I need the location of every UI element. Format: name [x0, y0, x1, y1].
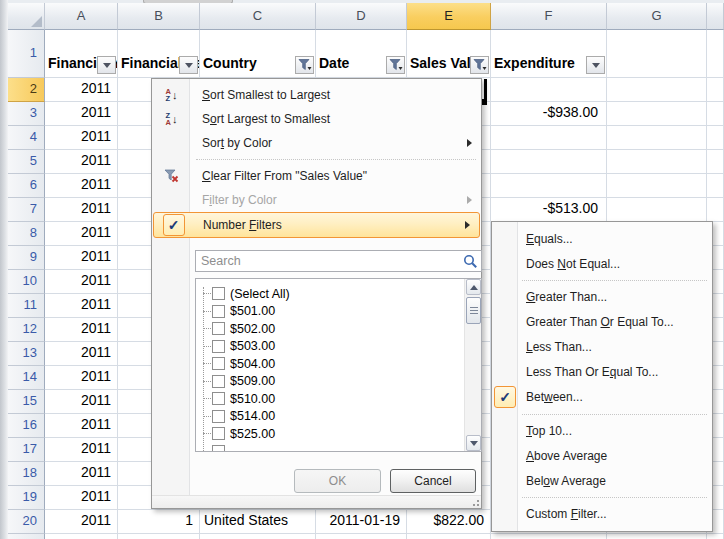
row-header-2[interactable]: 2	[8, 78, 45, 102]
cell-F5[interactable]	[491, 150, 607, 174]
filter-applied-button-date[interactable]	[386, 56, 405, 74]
submenu-item-above-average[interactable]: Above Average	[492, 443, 712, 468]
cell-D20[interactable]: 2011-01-19	[316, 510, 407, 534]
checkbox-icon[interactable]	[212, 427, 225, 440]
filter-dropdown-button-expenditure[interactable]	[586, 56, 605, 74]
cell-H1[interactable]	[707, 30, 724, 78]
row-header-21[interactable]	[8, 534, 45, 539]
filter-value-502-00[interactable]: $502.00	[196, 320, 275, 337]
filter-applied-button-sales-value[interactable]	[470, 56, 489, 74]
scrollbar-thumb[interactable]	[466, 297, 481, 324]
cell-F7[interactable]: -$513.00	[491, 198, 607, 222]
checkbox-icon[interactable]	[212, 375, 225, 388]
filter-dropdown-button-financial-period[interactable]	[179, 56, 198, 74]
cell-A5[interactable]: 2011	[45, 150, 118, 174]
submenu-item-custom-filter[interactable]: Custom Filter...	[492, 501, 712, 526]
cell-C1[interactable]: Country	[200, 30, 316, 78]
submenu-item-greater-than-or-equal-to[interactable]: Greater Than Or Equal To...	[492, 309, 712, 334]
select-all-corner[interactable]	[8, 3, 45, 30]
submenu-item-below-average[interactable]: Below Average	[492, 468, 712, 493]
cell-G1[interactable]	[607, 30, 707, 78]
cancel-button[interactable]: Cancel	[390, 469, 476, 493]
cell-A9[interactable]: 2011	[45, 246, 118, 270]
checkbox-icon[interactable]	[212, 305, 225, 318]
menu-item-number-filters[interactable]: ✓Number Filters	[153, 212, 480, 238]
submenu-item-greater-than[interactable]: Greater Than...	[492, 284, 712, 309]
filter-value-501-00[interactable]: $501.00	[196, 303, 275, 320]
cell-F21[interactable]	[491, 534, 607, 539]
column-header-A[interactable]: A	[45, 3, 118, 30]
column-header-D[interactable]: D	[316, 3, 407, 30]
submenu-item-equals[interactable]: Equals...	[492, 226, 712, 251]
column-header-C[interactable]: C	[200, 3, 316, 30]
cell-F1[interactable]: Expenditure	[491, 30, 607, 78]
cell-A4[interactable]: 2011	[45, 126, 118, 150]
scroll-up-button[interactable]	[466, 279, 481, 295]
submenu-item-between[interactable]: ✓Between...	[492, 384, 712, 410]
menu-item-clear-filter-from-sales-value[interactable]: Clear Filter From "Sales Value"	[152, 164, 481, 188]
cell-F6[interactable]	[491, 174, 607, 198]
filter-value-partial[interactable]	[196, 443, 225, 453]
checkbox-icon[interactable]	[212, 287, 225, 300]
row-header-11[interactable]: 11	[8, 294, 45, 318]
cell-A15[interactable]: 2011	[45, 390, 118, 414]
filter-value-503-00[interactable]: $503.00	[196, 338, 275, 355]
cell-C20[interactable]: United States	[200, 510, 316, 534]
submenu-item-less-than-or-equal-to[interactable]: Less Than Or Equal To...	[492, 359, 712, 384]
checkbox-icon[interactable]	[212, 357, 225, 370]
cell-B20[interactable]: 1	[118, 510, 200, 534]
search-input[interactable]	[196, 251, 481, 271]
cell-A17[interactable]: 2011	[45, 438, 118, 462]
cell-E21[interactable]	[407, 534, 491, 539]
checkbox-icon[interactable]	[212, 392, 225, 405]
cell-C21[interactable]	[200, 534, 316, 539]
row-header-15[interactable]: 15	[8, 390, 45, 414]
cell-A3[interactable]: 2011	[45, 102, 118, 126]
filter-applied-button-country[interactable]	[295, 56, 314, 74]
cell-H21[interactable]	[707, 534, 724, 539]
cell-H4[interactable]	[707, 126, 724, 150]
row-header-13[interactable]: 13	[8, 342, 45, 366]
row-header-5[interactable]: 5	[8, 150, 45, 174]
row-header-18[interactable]: 18	[8, 462, 45, 486]
cell-A21[interactable]	[45, 534, 118, 539]
submenu-item-less-than[interactable]: Less Than...	[492, 334, 712, 359]
cell-B1[interactable]: Financial Period	[118, 30, 200, 78]
cell-A11[interactable]: 2011	[45, 294, 118, 318]
cell-G3[interactable]	[607, 102, 707, 126]
filter-value-504-00[interactable]: $504.00	[196, 355, 275, 372]
column-header-G[interactable]: G	[607, 3, 707, 30]
column-header-partial[interactable]	[707, 3, 724, 30]
checkbox-icon[interactable]	[212, 340, 225, 353]
cell-A7[interactable]: 2011	[45, 198, 118, 222]
cell-D1[interactable]: Date	[316, 30, 407, 78]
cell-H2[interactable]	[707, 78, 724, 102]
cell-F2[interactable]	[491, 78, 607, 102]
filter-value-509-00[interactable]: $509.00	[196, 373, 275, 390]
cell-A13[interactable]: 2011	[45, 342, 118, 366]
cell-G4[interactable]	[607, 126, 707, 150]
row-header-20[interactable]: 20	[8, 510, 45, 534]
column-header-B[interactable]: B	[118, 3, 200, 30]
cell-G2[interactable]	[607, 78, 707, 102]
filter-value-514-00[interactable]: $514.00	[196, 408, 275, 425]
cell-H7[interactable]	[707, 198, 724, 222]
row-header-3[interactable]: 3	[8, 102, 45, 126]
filter-dropdown-button-financial-year[interactable]	[97, 56, 116, 74]
menu-item-sort-by-color[interactable]: Sort by Color	[152, 131, 481, 155]
cell-H6[interactable]	[707, 174, 724, 198]
cell-G7[interactable]	[607, 198, 707, 222]
column-header-F[interactable]: F	[491, 3, 607, 30]
resize-grip[interactable]	[470, 497, 479, 506]
row-header-8[interactable]: 8	[8, 222, 45, 246]
cell-F4[interactable]	[491, 126, 607, 150]
row-header-12[interactable]: 12	[8, 318, 45, 342]
cell-A19[interactable]: 2011	[45, 486, 118, 510]
menu-item-sort-smallest-to-largest[interactable]: AZ↓Sort Smallest to Largest	[152, 83, 481, 107]
list-scrollbar[interactable]	[464, 279, 481, 451]
menu-item-filter-by-color[interactable]: Filter by Color	[152, 188, 481, 212]
cell-A10[interactable]: 2011	[45, 270, 118, 294]
row-header-4[interactable]: 4	[8, 126, 45, 150]
cell-E1[interactable]: Sales Value	[407, 30, 491, 78]
cell-A20[interactable]: 2011	[45, 510, 118, 534]
